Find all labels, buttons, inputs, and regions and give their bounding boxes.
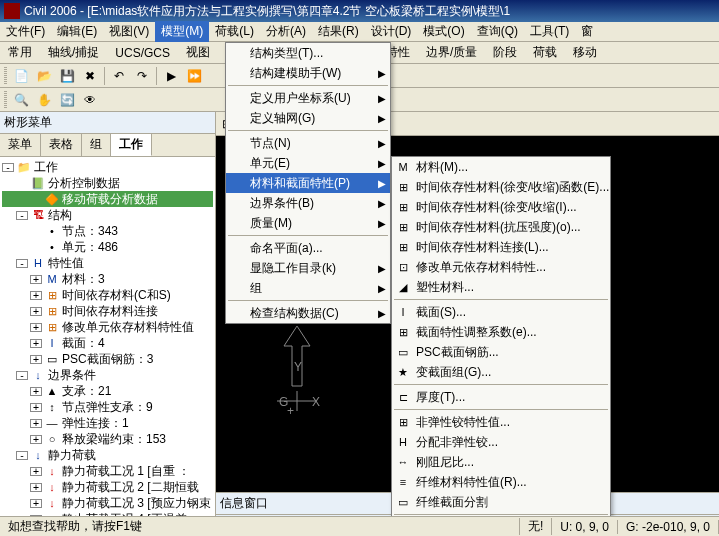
model-menu[interactable]: 结构类型(T)...结构建模助手(W)▶定义用户坐标系(U)▶定义轴网(G)▶节… xyxy=(225,42,391,324)
tab-table[interactable]: 表格 xyxy=(41,134,82,156)
menu-item[interactable]: ⊞时间依存性材料(抗压强度)(o)... xyxy=(392,217,610,237)
menu-item[interactable]: 单元(E)▶ xyxy=(226,153,390,173)
menu-item[interactable]: ★变截面组(G)... xyxy=(392,362,610,382)
tree-toggle-icon[interactable]: + xyxy=(30,467,42,476)
tree-row[interactable]: -🏗结构 xyxy=(2,207,213,223)
toolbar-grip[interactable] xyxy=(4,67,7,85)
tree-toggle-icon[interactable]: + xyxy=(30,291,42,300)
menu-item[interactable]: ⊡修改单元依存材料特性... xyxy=(392,257,610,277)
menu-load[interactable]: 荷载(L) xyxy=(209,21,260,42)
menu-item[interactable]: ⊞时间依存性材料连接(L)... xyxy=(392,237,610,257)
menu-item[interactable]: 组▶ xyxy=(226,278,390,298)
tree-row[interactable]: +M材料：3 xyxy=(2,271,213,287)
menu-file[interactable]: 文件(F) xyxy=(0,21,51,42)
menu-item[interactable]: ↔刚阻尼比... xyxy=(392,452,610,472)
tree-toggle-icon[interactable]: + xyxy=(30,323,42,332)
rotate-icon[interactable]: 🔄 xyxy=(56,89,78,111)
menu-item[interactable]: 边界条件(B)▶ xyxy=(226,193,390,213)
tree-row[interactable]: •单元：486 xyxy=(2,239,213,255)
pan-icon[interactable]: ✋ xyxy=(33,89,55,111)
menu-mode[interactable]: 模式(O) xyxy=(417,21,470,42)
tree-toggle-icon[interactable]: + xyxy=(30,499,42,508)
menu-item[interactable]: ◢塑性材料... xyxy=(392,277,610,297)
menu-item[interactable]: 命名平面(a)... xyxy=(226,238,390,258)
menu-item[interactable]: I截面(S)... xyxy=(392,302,610,322)
menu-analysis[interactable]: 分析(A) xyxy=(260,21,312,42)
tb-tab[interactable]: 移动 xyxy=(565,42,605,63)
tree-row[interactable]: +—弹性连接：1 xyxy=(2,415,213,431)
menu-item[interactable]: 定义轴网(G)▶ xyxy=(226,108,390,128)
tb-tab[interactable]: 阶段 xyxy=(485,42,525,63)
tree-toggle-icon[interactable]: - xyxy=(16,451,28,460)
tree-row[interactable]: +⊞时间依存材料(C和S) xyxy=(2,287,213,303)
tree-row[interactable]: +○释放梁端约束：153 xyxy=(2,431,213,447)
tab-group[interactable]: 组 xyxy=(82,134,111,156)
open-icon[interactable]: 📂 xyxy=(33,65,55,87)
menu-item[interactable]: 材料和截面特性(P)▶ xyxy=(226,173,390,193)
postproc-icon[interactable]: ⏩ xyxy=(183,65,205,87)
preproc-icon[interactable]: ▶ xyxy=(160,65,182,87)
menu-item[interactable]: 定义用户坐标系(U)▶ xyxy=(226,88,390,108)
zoom-icon[interactable]: 🔍 xyxy=(10,89,32,111)
menu-item[interactable]: ⊞时间依存性材料(徐变/收缩)函数(E)... xyxy=(392,177,610,197)
menu-item[interactable]: 结构建模助手(W)▶ xyxy=(226,63,390,83)
tree[interactable]: -📁工作📗分析控制数据🔶移动荷载分析数据-🏗结构•节点：343•单元：486-H… xyxy=(0,157,215,536)
tree-toggle-icon[interactable]: - xyxy=(16,211,28,220)
menu-item[interactable]: ⊞非弹性铰特性值... xyxy=(392,412,610,432)
tree-row[interactable]: +▲支承：21 xyxy=(2,383,213,399)
menu-item[interactable]: 节点(N)▶ xyxy=(226,133,390,153)
tab-menu[interactable]: 菜单 xyxy=(0,134,41,156)
tb-tab[interactable]: 轴线/捕捉 xyxy=(40,42,107,63)
menu-item[interactable]: H分配非弹性铰... xyxy=(392,432,610,452)
tree-row[interactable]: +⊞时间依存材料连接 xyxy=(2,303,213,319)
tb-tab[interactable]: 荷载 xyxy=(525,42,565,63)
tree-row[interactable]: -↓边界条件 xyxy=(2,367,213,383)
tree-toggle-icon[interactable]: + xyxy=(30,387,42,396)
menu-item[interactable]: ⊞时间依存性材料(徐变/收缩(I)... xyxy=(392,197,610,217)
tree-row[interactable]: -H特性值 xyxy=(2,255,213,271)
tree-row[interactable]: +↓静力荷载工况 3 [预应力钢束 xyxy=(2,495,213,511)
toolbar-grip[interactable] xyxy=(4,91,7,109)
menu-design[interactable]: 设计(D) xyxy=(365,21,418,42)
menu-bar[interactable]: 文件(F) 编辑(E) 视图(V) 模型(M) 荷载(L) 分析(A) 结果(R… xyxy=(0,22,719,42)
tree-toggle-icon[interactable]: + xyxy=(30,483,42,492)
menu-tools[interactable]: 工具(T) xyxy=(524,21,575,42)
tree-row[interactable]: 📗分析控制数据 xyxy=(2,175,213,191)
menu-item[interactable]: ▭纤维截面分割 xyxy=(392,492,610,512)
tree-toggle-icon[interactable]: - xyxy=(2,163,14,172)
menu-query[interactable]: 查询(Q) xyxy=(471,21,524,42)
tree-toggle-icon[interactable]: - xyxy=(16,371,28,380)
tb-tab[interactable]: 视图 xyxy=(178,42,218,63)
menu-item[interactable]: ▭PSC截面钢筋... xyxy=(392,342,610,362)
tree-row[interactable]: -📁工作 xyxy=(2,159,213,175)
tree-row[interactable]: +I截面：4 xyxy=(2,335,213,351)
redo-icon[interactable]: ↷ xyxy=(131,65,153,87)
display-icon[interactable]: 👁 xyxy=(79,89,101,111)
material-submenu[interactable]: M材料(M)...⊞时间依存性材料(徐变/收缩)函数(E)...⊞时间依存性材料… xyxy=(391,156,611,536)
tree-row[interactable]: +↓静力荷载工况 1 [自重 ： xyxy=(2,463,213,479)
tree-toggle-icon[interactable]: + xyxy=(30,307,42,316)
undo-icon[interactable]: ↶ xyxy=(108,65,130,87)
tree-toggle-icon[interactable]: - xyxy=(16,259,28,268)
tb-tab[interactable]: 常用 xyxy=(0,42,40,63)
menu-item[interactable]: 质量(M)▶ xyxy=(226,213,390,233)
save-icon[interactable]: 💾 xyxy=(56,65,78,87)
menu-item[interactable]: ⊞截面特性调整系数(e)... xyxy=(392,322,610,342)
tree-row[interactable]: 🔶移动荷载分析数据 xyxy=(2,191,213,207)
tree-toggle-icon[interactable]: + xyxy=(30,403,42,412)
tree-toggle-icon[interactable]: + xyxy=(30,275,42,284)
tree-toggle-icon[interactable]: + xyxy=(30,355,42,364)
menu-view[interactable]: 视图(V) xyxy=(103,21,155,42)
menu-item[interactable]: 结构类型(T)... xyxy=(226,43,390,63)
menu-item[interactable]: ⊏厚度(T)... xyxy=(392,387,610,407)
new-icon[interactable]: 📄 xyxy=(10,65,32,87)
tab-work[interactable]: 工作 xyxy=(111,134,152,156)
tree-row[interactable]: +↕节点弹性支承：9 xyxy=(2,399,213,415)
tb-tab[interactable]: UCS/GCS xyxy=(107,44,178,62)
tree-toggle-icon[interactable]: + xyxy=(30,419,42,428)
menu-item[interactable]: M材料(M)... xyxy=(392,157,610,177)
tree-row[interactable]: +⊞修改单元依存材料特性值 xyxy=(2,319,213,335)
menu-result[interactable]: 结果(R) xyxy=(312,21,365,42)
menu-item[interactable]: ≡纤维材料特性值(R)... xyxy=(392,472,610,492)
tree-row[interactable]: +▭PSC截面钢筋：3 xyxy=(2,351,213,367)
